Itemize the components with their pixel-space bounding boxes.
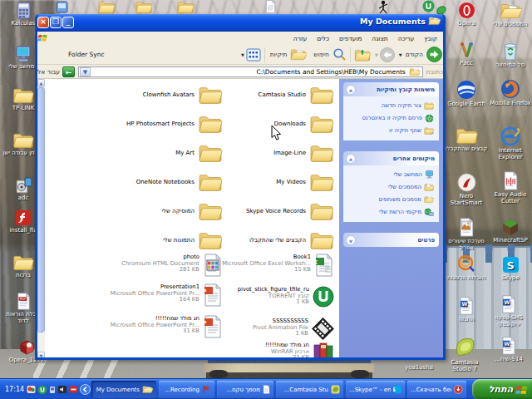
address-dropdown-icon[interactable]: ▼ xyxy=(80,67,91,76)
desktop-icon-top-folder[interactable] xyxy=(94,0,119,15)
chevron-up-icon[interactable]: ʌ xyxy=(346,85,356,95)
forward-icon xyxy=(380,47,395,62)
folders-button[interactable]: תיקיות xyxy=(268,47,308,62)
folder-icon xyxy=(134,0,154,14)
taskbar-button-text-document[interactable]: ...מסמך טקס xyxy=(217,381,273,398)
start-button[interactable]: התחל xyxy=(472,379,532,399)
camtasia-app-icon xyxy=(331,385,340,394)
desktop-icon-top-document[interactable] xyxy=(260,0,280,14)
desktop-icon-top-blue-app[interactable] xyxy=(52,1,71,15)
maximize-button[interactable]: ❐ xyxy=(50,17,62,28)
place-network[interactable]: מיקומי הרשת שלי xyxy=(347,207,434,217)
folder-item[interactable]: My Art xyxy=(85,142,223,164)
desktop-icon-my-documents-folder[interactable]: המסמכים שלי xyxy=(487,2,532,27)
svg-text:PDF: PDF xyxy=(20,298,26,301)
close-button[interactable]: × xyxy=(37,17,49,28)
desktop-icon-top-folder[interactable] xyxy=(131,0,156,15)
place-my-documents[interactable]: המסמכים שלי xyxy=(347,182,434,192)
chevron-up-icon[interactable]: ʌ xyxy=(346,154,356,164)
window-titlebar[interactable]: × ❐ _ My Documents xyxy=(35,14,446,32)
desktop-icon-minecraft[interactable]: MinecraftSP xyxy=(487,218,532,244)
desktop-icon-google-earth[interactable]: Google Earth xyxy=(443,80,490,107)
desktop-icon-opera[interactable]: Opera xyxy=(443,2,490,27)
folder-item[interactable]: Clownfish Avatars xyxy=(85,84,223,106)
scrollbar-thumb[interactable] xyxy=(37,87,45,332)
taskbar-button-skype[interactable]: S ...Skype™ - em xyxy=(346,381,405,398)
views-dropdown-icon[interactable]: ▼ xyxy=(241,52,244,57)
desktop-icon-received-files-folder[interactable]: קבצים שהתקבלו xyxy=(443,126,490,152)
file-item[interactable]: חג מולד שמח!!!!! ארכיון WinRAR 21 KB xyxy=(193,342,334,360)
taskbar-clock[interactable]: 17:14 xyxy=(5,386,24,393)
go-button[interactable]: עבור אל ← xyxy=(37,66,75,77)
folder-icon xyxy=(198,201,223,221)
menu-tools[interactable]: כלים xyxy=(312,33,334,44)
desktop-icon-word-sms[interactable]: W עסקה-SMS ירוקובסקי xyxy=(485,295,532,328)
desktop-icon-firefox[interactable]: Mozilla Firefox xyxy=(487,79,532,106)
task-share-folder[interactable]: שתף תיקיה זו xyxy=(347,126,434,135)
place-my-computer[interactable]: המחשב שלי xyxy=(347,170,434,180)
views-button[interactable]: ▼ xyxy=(241,48,261,62)
chevron-down-icon[interactable]: v xyxy=(346,235,356,245)
tray-messenger-icon[interactable] xyxy=(27,385,36,394)
up-button[interactable] xyxy=(354,47,371,62)
taskbar-button-download[interactable]: ...Скачать бес xyxy=(407,381,466,398)
place-shared-documents[interactable]: מסמכים משותפים xyxy=(347,195,434,204)
desktop-icon-top-stick-figure[interactable] xyxy=(374,0,392,15)
minimize-button[interactable]: _ xyxy=(62,17,74,28)
taskbar-button-label: ...Camtasia Stu xyxy=(284,387,328,393)
back-dropdown-icon[interactable]: ▼ xyxy=(399,52,402,57)
search-label: חיפוש xyxy=(313,51,329,58)
forward-button[interactable]: ▼ xyxy=(375,47,395,62)
scroll-down-button[interactable]: ▼ xyxy=(37,352,45,360)
address-value[interactable]: C:\Documents and Settings\HEB\My Documen… xyxy=(91,68,407,76)
task-create-folder[interactable]: צור תיקיה חדשה xyxy=(347,101,434,111)
menu-view[interactable]: תצוגה xyxy=(367,33,392,44)
taskbar-button-recording[interactable]: ...Recording xyxy=(159,381,214,398)
address-field[interactable]: ▼ C:\Documents and Settings\HEB\My Docum… xyxy=(78,66,423,77)
tray-mini-icon[interactable] xyxy=(49,386,56,394)
folder-item[interactable]: OneNote Notebooks xyxy=(85,171,223,193)
file-item[interactable]: P Presentation1 Microsoft Office PowerPo… xyxy=(81,283,223,310)
desktop-icon-camtasia7[interactable]: Camtasia Studio 7 xyxy=(441,337,488,372)
desktop-icon-hovalot[interactable]: הובלות הרכבות xyxy=(443,254,490,281)
window-title-group: My Documents xyxy=(360,16,441,26)
desktop-icon-skype[interactable]: S Skype xyxy=(487,256,532,281)
desktop-icon-nero[interactable]: Nero StartSmart xyxy=(443,173,490,206)
desktop-icon-lessons[interactable]: מערכת שיעורים אפריל xyxy=(443,218,490,251)
tray-utorrent-icon[interactable] xyxy=(37,385,47,395)
folder-icon xyxy=(198,85,223,105)
file-tasks-header[interactable]: משימות קובץ ותיקיות ʌ xyxy=(343,82,439,96)
menu-file[interactable]: קובץ xyxy=(419,33,442,44)
file-item[interactable]: photo Chromium HTML Document 281 KB xyxy=(81,254,223,280)
desktop-icon-internet-explorer[interactable]: Internet Explorer xyxy=(487,126,532,160)
desktop-icon-word-siach[interactable]: W ...שיח-S14 xyxy=(485,337,532,362)
vertical-scrollbar[interactable]: ▲ ▼ xyxy=(37,79,45,360)
desktop-icon-easy-audio-cutter[interactable]: Easy Audio Cutter xyxy=(487,171,532,204)
file-text-lines: חג מולד שמח!!!!! Microsoft Office PowerP… xyxy=(81,315,200,335)
desktop-icon-pacc[interactable]: Pacc xyxy=(443,42,490,66)
tray-volume-icon[interactable] xyxy=(57,385,67,394)
menu-favorites[interactable]: מועדפים xyxy=(334,33,367,44)
other-places-header[interactable]: מיקומים אחרים ʌ xyxy=(343,151,439,165)
taskbar-button-camtasia[interactable]: ...Camtasia Stu xyxy=(276,381,343,398)
folder-sync-button[interactable]: Folder Sync xyxy=(68,51,105,58)
tray-red-badge-icon[interactable] xyxy=(69,385,78,394)
details-header[interactable]: פרטים v xyxy=(343,233,439,247)
folder-item[interactable]: המוסיקה שלי xyxy=(85,200,223,222)
file-item[interactable]: P חג מולד שמח!!!!! Microsoft Office Powe… xyxy=(81,315,223,342)
desktop-icon-recycle-bin[interactable]: סל המיחזור xyxy=(487,42,532,68)
folder-item[interactable]: התמונות שלי xyxy=(85,229,223,251)
search-button[interactable]: חיפוש xyxy=(312,47,347,62)
scroll-up-button[interactable]: ▲ xyxy=(37,79,45,87)
desktop-icon-hatnaza[interactable]: W התנזה xyxy=(443,297,490,323)
opera-icon xyxy=(458,2,475,19)
task-publish-folder[interactable]: פרסם תיקיה זו באינטרנט xyxy=(347,113,434,123)
desktop-icon-top-folder[interactable] xyxy=(173,0,198,15)
show-hidden-icons-chevron[interactable] xyxy=(80,384,91,395)
taskbar-button-my-documents[interactable]: My Documents xyxy=(91,381,156,398)
back-button[interactable]: הקודם ▼ xyxy=(399,47,442,62)
menu-help[interactable]: עזרה xyxy=(288,33,312,44)
menu-edit[interactable]: עריכה xyxy=(393,33,419,44)
folder-item[interactable]: HP Photosmart Projects xyxy=(85,113,223,135)
folder-icon xyxy=(198,230,223,250)
